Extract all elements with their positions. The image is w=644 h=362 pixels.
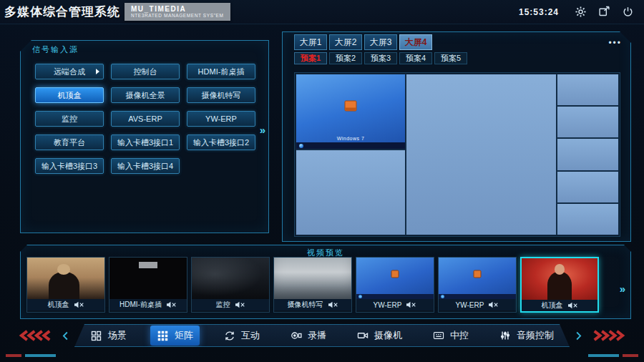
toolbar-item-6[interactable]: 中控 — [426, 326, 475, 346]
mute-icon[interactable] — [488, 301, 499, 308]
clock: 15:53:24 — [519, 7, 559, 17]
preset-tab-2[interactable]: 预案2 — [329, 52, 362, 64]
interaction-icon — [223, 330, 235, 341]
screen-text-chip — [139, 262, 157, 268]
bottom-toolbar: 场景矩阵互动录播摄像机中控音频控制 — [0, 323, 644, 348]
video-preview-panel: 视频预览 机顶盒HDMI-前桌插监控摄像机特写YW-ERPYW-ERP机顶盒 » — [20, 245, 631, 319]
preview-label: 机顶盒 — [48, 300, 69, 310]
source-button-4[interactable]: 机顶盒 — [35, 87, 104, 103]
screen-tab-4[interactable]: 大屏4 — [399, 34, 432, 50]
toolbar-label: 矩阵 — [175, 329, 193, 342]
preset-tabs: 预案1预案2预案3预案4预案5 — [294, 52, 467, 64]
preview-label: HDMI-前桌插 — [119, 300, 162, 310]
signal-sources-title: 信号输入源 — [32, 44, 79, 55]
power-icon[interactable] — [620, 5, 635, 19]
preset-tab-3[interactable]: 预案3 — [364, 52, 397, 64]
source-button-2[interactable]: 控制台 — [111, 64, 180, 79]
display-capture-icon[interactable] — [597, 5, 611, 19]
source-button-6[interactable]: 摄像机特写 — [187, 87, 255, 103]
source-button-13[interactable]: 输入卡槽3接口3 — [35, 158, 104, 174]
wall-cell-right-5[interactable] — [557, 204, 618, 235]
mute-icon[interactable] — [567, 302, 578, 309]
preview-label-bar: 机顶盒 — [27, 299, 104, 310]
desktop-watermark: Windows 7 — [296, 136, 405, 141]
toolbar-label: 录播 — [308, 329, 326, 342]
preview-thumb-7[interactable]: 机顶盒 — [520, 257, 599, 313]
preview-thumb-1[interactable]: 机顶盒 — [26, 257, 105, 313]
bottom-left-decoration — [6, 354, 70, 357]
source-button-5[interactable]: 摄像机全景 — [111, 87, 180, 103]
mute-icon[interactable] — [235, 301, 245, 308]
toolbar-item-4[interactable]: 录播 — [283, 326, 333, 346]
preset-tab-5[interactable]: 预案5 — [434, 52, 467, 64]
screen-tabs: 大屏1大屏2大屏3大屏4 — [294, 34, 432, 50]
toolbar-item-2[interactable]: 矩阵 — [150, 326, 200, 346]
expand-sources-icon[interactable]: » — [260, 124, 265, 136]
preview-label-bar: 摄像机特写 — [274, 299, 351, 310]
wall-cell-right-1[interactable] — [557, 74, 618, 105]
start-orb-icon — [299, 144, 303, 148]
more-options-icon[interactable]: ••• — [608, 38, 622, 48]
wall-cell-right-2[interactable] — [557, 107, 618, 137]
desktop-icon — [391, 270, 399, 278]
preview-thumb-4[interactable]: 摄像机特写 — [273, 257, 352, 313]
source-button-label: 控制台 — [134, 67, 157, 76]
screen-tab-1[interactable]: 大屏1 — [294, 34, 327, 50]
settings-gear-icon[interactable] — [573, 5, 587, 19]
chevrons-left-icon — [16, 330, 56, 341]
source-button-grid: 远端合成控制台HDMI-前桌插机顶盒摄像机全景摄像机特写监控AVS-ERPYW-… — [35, 64, 255, 174]
wall-cell-right-4[interactable] — [557, 172, 618, 202]
toolbar-item-7[interactable]: 音频控制 — [492, 326, 560, 346]
preview-label-bar: HDMI-前桌插 — [109, 299, 187, 310]
source-button-1[interactable]: 远端合成 — [35, 64, 104, 79]
mute-icon[interactable] — [406, 301, 416, 308]
toolbar-label: 音频控制 — [517, 329, 554, 342]
source-button-label: 输入卡槽3接口4 — [117, 162, 173, 170]
wall-cell-desktop[interactable]: Windows 7 — [296, 74, 405, 149]
source-button-8[interactable]: AVS-ERP — [111, 111, 180, 127]
wall-cell-bottom-left[interactable] — [296, 150, 405, 235]
preview-thumb-3[interactable]: 监控 — [191, 257, 270, 313]
mute-icon[interactable] — [166, 301, 177, 308]
source-button-label: 输入卡槽3接口2 — [193, 138, 249, 147]
wall-cell-right-3[interactable] — [557, 139, 618, 170]
preview-label: YW-ERP — [456, 301, 484, 309]
wall-cell-main[interactable] — [406, 74, 556, 235]
preset-tab-4[interactable]: 预案4 — [399, 52, 432, 64]
expand-preview-icon[interactable]: » — [620, 283, 625, 295]
video-wall: Windows 7 — [294, 72, 620, 237]
toolbar-item-3[interactable]: 互动 — [217, 326, 266, 346]
source-button-label: 摄像机特写 — [202, 91, 241, 99]
cyan-chevron-right-icon — [575, 331, 582, 341]
source-button-3[interactable]: HDMI-前桌插 — [187, 64, 255, 79]
source-button-11[interactable]: 输入卡槽3接口1 — [111, 134, 180, 150]
screen-tab-2[interactable]: 大屏2 — [329, 34, 362, 50]
source-button-12[interactable]: 输入卡槽3接口2 — [187, 134, 255, 150]
source-button-label: HDMI-前桌插 — [198, 67, 245, 76]
source-button-7[interactable]: 监控 — [35, 111, 104, 127]
desktop-taskbar — [356, 294, 434, 299]
top-bar: 多媒体综合管理系统 MU_TIMEDIA NTE3RATED MANAGEMEN… — [0, 0, 644, 24]
source-button-10[interactable]: 教育平台 — [35, 134, 104, 150]
video-wall-grid: Windows 7 — [296, 74, 619, 235]
preview-label: 摄像机特写 — [288, 300, 323, 310]
preview-thumb-2[interactable]: HDMI-前桌插 — [109, 257, 187, 313]
desktop-icon — [345, 100, 357, 111]
screen-tab-3[interactable]: 大屏3 — [364, 34, 397, 50]
preview-thumb-6[interactable]: YW-ERP — [438, 257, 517, 313]
preview-thumb-5[interactable]: YW-ERP — [356, 257, 434, 313]
preview-label-bar: 监控 — [192, 299, 269, 310]
preview-image — [27, 258, 104, 299]
toolbar-label: 互动 — [241, 329, 260, 342]
source-button-label: AVS-ERP — [128, 114, 162, 123]
toolbar-item-5[interactable]: 摄像机 — [350, 326, 409, 346]
mute-icon[interactable] — [328, 301, 338, 308]
preset-tab-1[interactable]: 预案1 — [294, 52, 327, 64]
toolbar-item-1[interactable]: 场景 — [84, 326, 133, 346]
preview-label: 机顶盒 — [542, 300, 563, 310]
source-button-9[interactable]: YW-ERP — [187, 111, 255, 127]
source-button-14[interactable]: 输入卡槽3接口4 — [111, 158, 180, 174]
source-button-label: 监控 — [62, 114, 77, 123]
mute-icon[interactable] — [74, 301, 84, 308]
record-icon — [290, 330, 302, 341]
